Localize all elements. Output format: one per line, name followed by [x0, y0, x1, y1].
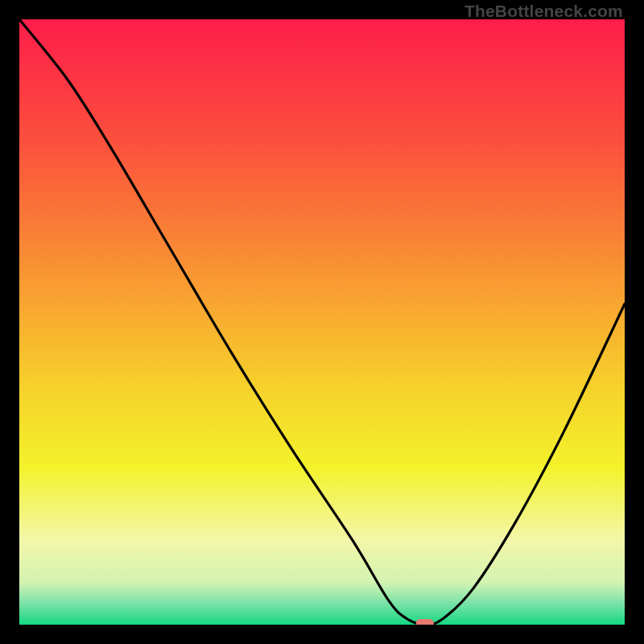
- optimum-marker: [416, 619, 434, 625]
- chart-frame: [19, 19, 625, 625]
- bottleneck-chart: [19, 19, 625, 625]
- watermark-text: TheBottleneck.com: [464, 2, 623, 21]
- chart-background: [19, 19, 625, 625]
